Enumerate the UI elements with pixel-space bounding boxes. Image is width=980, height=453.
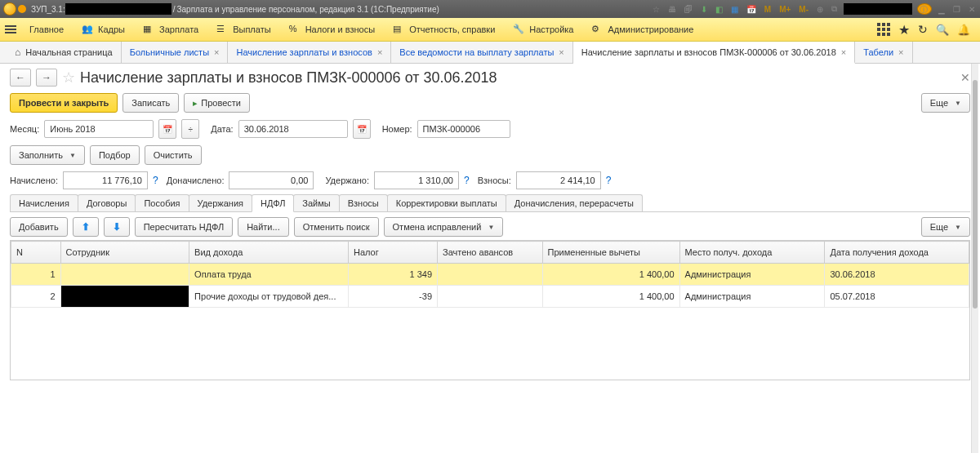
tray-m-minus[interactable]: M- [797, 5, 810, 14]
table-cell[interactable]: 1 400,00 [542, 286, 679, 308]
menu-payments[interactable]: ☰Выплаты [208, 20, 278, 38]
cancel-fix-button[interactable]: Отмена исправлений▼ [384, 217, 504, 237]
month-input[interactable]: Июнь 2018 [44, 120, 154, 138]
tab-close-icon[interactable]: × [377, 47, 382, 57]
table-cell[interactable]: 1 [11, 264, 61, 286]
subtab[interactable]: Начисления [10, 194, 78, 211]
tray-icon[interactable]: 🖶 [666, 5, 678, 14]
fill-button[interactable]: Заполнить▼ [10, 145, 85, 165]
subtab[interactable]: Взносы [339, 194, 388, 211]
column-header[interactable]: Примененные вычеты [542, 242, 679, 264]
tray-m[interactable]: M [763, 5, 773, 14]
column-header[interactable]: Сотрудник [60, 242, 189, 264]
cancel-search-button[interactable]: Отменить поиск [294, 217, 379, 237]
subtab[interactable]: Займы [293, 194, 339, 211]
page-close-button[interactable]: ✕ [960, 71, 970, 84]
table-cell[interactable] [438, 286, 543, 308]
table-cell[interactable]: Администрация [679, 286, 825, 308]
table-cell[interactable]: Оплата труда [189, 264, 349, 286]
clear-button[interactable]: Очистить [145, 145, 202, 165]
column-header[interactable]: Вид дохода [189, 242, 349, 264]
menu-reports[interactable]: ▤Отчетность, справки [385, 20, 503, 38]
vertical-scrollbar[interactable] [971, 64, 978, 453]
find-button[interactable]: Найти... [238, 217, 289, 237]
move-down-button[interactable]: ⬇ [104, 217, 130, 237]
help-icon[interactable]: ? [153, 175, 158, 186]
tray-icon[interactable]: ☆ [651, 5, 662, 14]
number-input[interactable]: ПМЗК-000006 [417, 120, 510, 138]
table-cell[interactable]: 1 400,00 [542, 264, 679, 286]
menu-admin[interactable]: ⚙Администрирование [583, 20, 702, 38]
doc-tab[interactable]: Больничные листы× [122, 42, 229, 63]
save-button[interactable]: Записать [122, 93, 179, 113]
additional-value[interactable]: 0,00 [229, 171, 314, 189]
info-icon[interactable]: ⓘ [917, 3, 932, 15]
table-cell[interactable]: Администрация [679, 264, 825, 286]
date-input[interactable]: 30.06.2018 [238, 120, 348, 138]
table-cell[interactable]: -39 [348, 286, 437, 308]
apps-grid-icon[interactable] [877, 23, 890, 36]
doc-tab[interactable]: Табели× [855, 42, 912, 63]
tray-icon[interactable]: ◧ [714, 5, 724, 14]
table-cell[interactable]: 1 349 [348, 264, 437, 286]
doc-tab[interactable]: Начисление зарплаты и взносов× [228, 42, 391, 63]
recalc-ndfl-button[interactable]: Пересчитать НДФЛ [135, 217, 234, 237]
tray-icon[interactable]: ⧉ [830, 4, 839, 14]
menu-main[interactable]: Главное [21, 21, 72, 38]
help-icon[interactable]: ? [606, 175, 612, 186]
favorite-icon[interactable]: ★ [898, 22, 910, 38]
add-row-button[interactable]: Добавить [10, 217, 68, 237]
column-header[interactable]: Место получ. дохода [679, 242, 825, 264]
move-up-button[interactable]: ⬆ [73, 217, 99, 237]
tray-m-plus[interactable]: M+ [777, 5, 792, 14]
tray-icon[interactable]: ▦ [729, 5, 740, 14]
month-calendar-icon[interactable]: 📅 [158, 119, 176, 139]
table-cell[interactable]: 05.07.2018 [825, 286, 969, 308]
tray-icon[interactable]: ⬇ [699, 5, 709, 14]
doc-tab[interactable]: ⌂Начальная страница [7, 42, 122, 63]
subtab[interactable]: НДФЛ [252, 194, 294, 212]
subtab[interactable]: Удержания [189, 194, 252, 211]
menu-burger-icon[interactable] [5, 25, 16, 33]
tab-close-icon[interactable]: × [559, 47, 564, 57]
withheld-value[interactable]: 1 310,00 [374, 171, 459, 189]
history-icon[interactable]: ↻ [918, 23, 928, 36]
menu-taxes[interactable]: %Налоги и взносы [281, 20, 384, 38]
select-button[interactable]: Подбор [90, 145, 140, 165]
table-cell[interactable] [60, 264, 189, 286]
favorite-star-icon[interactable]: ☆ [62, 69, 75, 87]
doc-tab[interactable]: Начисление зарплаты и взносов ПМЗК-00000… [573, 42, 855, 64]
column-header[interactable]: Налог [348, 242, 437, 264]
month-spinner[interactable]: ÷ [181, 119, 199, 139]
tab-close-icon[interactable]: × [841, 47, 846, 57]
tray-icon[interactable]: ⊕ [815, 5, 825, 14]
column-header[interactable]: Дата получения дохода [825, 242, 969, 264]
search-icon[interactable]: 🔍 [936, 24, 949, 36]
tab-close-icon[interactable]: × [898, 47, 903, 57]
menu-salary[interactable]: ▦Зарплата [135, 20, 207, 38]
accrued-value[interactable]: 11 776,10 [63, 171, 148, 189]
nav-forward-button[interactable]: → [36, 69, 57, 87]
date-calendar-icon[interactable]: 📅 [353, 119, 371, 139]
tray-icon[interactable]: 📅 [745, 5, 758, 14]
table-row[interactable]: 1Оплата труда1 3491 400,00Администрация3… [11, 264, 969, 286]
help-icon[interactable]: ? [464, 175, 470, 186]
table-more-button[interactable]: Еще▼ [921, 217, 970, 237]
post-button[interactable]: ▸Провести [184, 93, 250, 113]
tab-close-icon[interactable]: × [214, 47, 219, 57]
table-cell[interactable]: 30.06.2018 [825, 264, 969, 286]
subtab[interactable]: Пособия [135, 194, 189, 211]
table-row[interactable]: 2Прочие доходы от трудовой дея...-391 40… [11, 286, 969, 308]
tray-icon[interactable]: 🗐 [683, 5, 694, 14]
post-and-close-button[interactable]: Провести и закрыть [10, 93, 118, 113]
column-header[interactable]: Зачтено авансов [438, 242, 543, 264]
table-cell[interactable] [438, 264, 543, 286]
subtab[interactable]: Доначисления, перерасчеты [506, 194, 643, 211]
subtab[interactable]: Договоры [78, 194, 136, 211]
table-cell[interactable] [60, 286, 189, 308]
window-close[interactable]: ✕ [967, 5, 977, 14]
menu-settings[interactable]: 🔧Настройка [505, 20, 581, 38]
nav-back-button[interactable]: ← [10, 69, 31, 87]
table-cell[interactable]: 2 [11, 286, 61, 308]
more-button[interactable]: Еще▼ [921, 93, 970, 113]
